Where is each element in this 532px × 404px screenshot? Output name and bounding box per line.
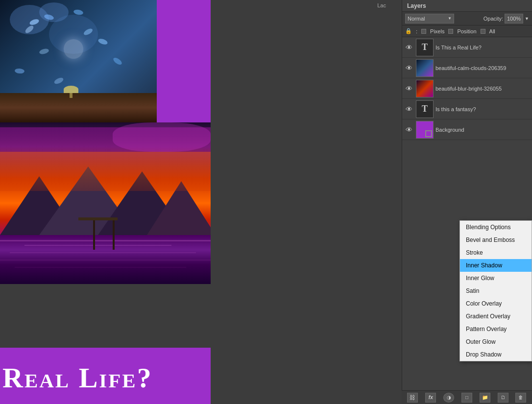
layer-thumbnail-1 xyxy=(416,59,434,77)
context-menu-blending-options[interactable]: Blending Options xyxy=(460,221,532,234)
context-menu-color-overlay[interactable]: Color Overlay xyxy=(460,297,532,310)
context-menu-stroke[interactable]: Stroke xyxy=(460,246,532,259)
opacity-arrow[interactable]: ▼ xyxy=(525,16,529,21)
layer-item-3[interactable]: 👁 T Is this a fantasy? xyxy=(402,99,532,119)
layer-visibility-3[interactable]: 👁 xyxy=(404,104,414,114)
context-menu-drop-shadow[interactable]: Drop Shadow xyxy=(460,348,532,361)
new-layer-button[interactable]: 🗋 xyxy=(498,393,508,403)
new-layer-folder-button[interactable]: 📁 xyxy=(480,393,490,403)
context-menu-inner-glow[interactable]: Inner Glow xyxy=(460,272,532,285)
opacity-group: Opacity: 100% ▼ xyxy=(484,14,529,24)
layer-visibility-0[interactable]: 👁 xyxy=(404,43,414,52)
layers-title: Layers xyxy=(407,2,426,9)
folder-button[interactable]: □ xyxy=(461,393,472,403)
context-menu-satin[interactable]: Satin xyxy=(460,285,532,297)
layer-name-0: Is This a Real Life? xyxy=(435,45,530,50)
layer-visibility-2[interactable]: 👁 xyxy=(404,84,414,94)
lock-pixels-label: Pixels xyxy=(430,28,444,34)
context-menu: Blending Options Bevel and Emboss Stroke… xyxy=(459,220,532,361)
lock-bar: 🔒 : Pixels Position All xyxy=(402,25,532,37)
layer-item-2[interactable]: 👁 beautiful-blur-bright-326055 xyxy=(402,78,532,99)
layers-bottom-toolbar: ⛓ fx ◑ □ 📁 🗋 🗑 xyxy=(402,390,532,404)
layer-item-0[interactable]: 👁 T Is This a Real Life? xyxy=(402,37,532,58)
purple-stripe-top xyxy=(157,0,211,122)
lock-icon: 🔒 xyxy=(405,28,412,34)
adjustment-button[interactable]: ◑ xyxy=(443,393,454,403)
layer-thumbnail-2 xyxy=(416,80,434,97)
dock-plank xyxy=(78,217,118,220)
sunset-image xyxy=(0,122,211,284)
lock-position-label: Position xyxy=(457,28,476,34)
dock-post-2 xyxy=(113,220,115,250)
layer-visibility-1[interactable]: 👁 xyxy=(404,63,414,73)
layer-thumbnail-4 xyxy=(416,121,434,139)
canvas-area: Lac xyxy=(0,0,402,404)
ground xyxy=(0,93,157,122)
butterfly-image xyxy=(0,0,157,122)
layer-visibility-4[interactable]: 👁 xyxy=(404,125,414,135)
image-collage: Real Life? xyxy=(0,0,211,404)
lock-position-checkbox[interactable] xyxy=(448,29,453,34)
canvas-label: Lac xyxy=(377,2,386,8)
opacity-input[interactable]: 100% xyxy=(505,14,523,24)
water-reflection xyxy=(0,235,211,284)
context-menu-pattern-overlay[interactable]: Pattern Overlay xyxy=(460,323,532,335)
lock-all-checkbox[interactable] xyxy=(481,29,485,34)
lock-pixels-checkbox[interactable] xyxy=(421,29,426,34)
layer-name-2: beautiful-blur-bright-326055 xyxy=(435,86,530,92)
context-menu-bevel-emboss[interactable]: Bevel and Emboss xyxy=(460,234,532,246)
real-life-heading: Real Life? xyxy=(2,361,153,394)
context-menu-inner-shadow[interactable]: Inner Shadow xyxy=(460,259,532,272)
delete-layer-button[interactable]: 🗑 xyxy=(515,393,526,403)
layer-thumbnail-0: T xyxy=(416,39,434,56)
layer-item-4[interactable]: 👁 Background xyxy=(402,119,532,140)
context-menu-gradient-overlay[interactable]: Gradient Overlay xyxy=(460,310,532,323)
layer-name-4: Background xyxy=(435,127,530,133)
layer-name-3: Is this a fantasy? xyxy=(435,106,530,112)
layer-thumbnail-3: T xyxy=(416,100,434,118)
dock-post-1 xyxy=(93,220,95,250)
layer-name-1: beautiful-calm-clouds-206359 xyxy=(435,65,530,71)
layer-item-1[interactable]: 👁 beautiful-calm-clouds-206359 xyxy=(402,58,532,78)
link-layers-button[interactable]: ⛓ xyxy=(407,393,418,403)
context-menu-outer-glow[interactable]: Outer Glow xyxy=(460,335,532,348)
blend-mode-arrow: ▼ xyxy=(448,16,452,21)
blend-mode-select[interactable]: Normal ▼ xyxy=(405,14,454,24)
layers-tab[interactable]: Layers xyxy=(402,0,532,12)
opacity-label: Opacity: xyxy=(484,16,503,22)
fx-button[interactable]: fx xyxy=(425,393,436,403)
purple-bottom-bar: Real Life? xyxy=(0,348,211,404)
lock-all-label: All xyxy=(489,28,495,34)
blend-mode-bar: Normal ▼ Opacity: 100% ▼ xyxy=(402,12,532,25)
